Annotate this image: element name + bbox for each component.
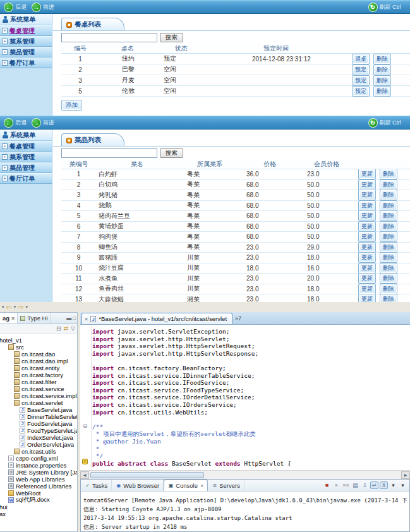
remove-all-launches-icon[interactable]: ×× [342, 482, 350, 488]
close-icon[interactable]: × [200, 483, 203, 489]
expand-icon[interactable]: + [2, 165, 8, 171]
row-action-button[interactable]: 删除 [380, 200, 397, 211]
toolbar-dropdown-icon[interactable]: ▾ [2, 305, 4, 310]
tree-item[interactable]: xc3p0-config.xml [0, 455, 77, 462]
add-button[interactable]: 添加 [61, 100, 82, 111]
editor-tab[interactable]: × J *BaseServlet.java - hotel_v1/src/cn/… [81, 313, 232, 324]
row-action-button[interactable]: 更新 [358, 284, 376, 294]
tab-overflow-indicator[interactable]: »7 [235, 315, 241, 322]
forward-button[interactable]: → 前进 [32, 118, 54, 128]
tree-item[interactable]: ≡Referenced Libraries [0, 483, 77, 490]
console-tab-web-browser[interactable]: ◉Web Browser [112, 480, 164, 491]
tree-item[interactable]: cn.itcast.service.impl [0, 392, 77, 399]
row-action-button[interactable]: 删除 [380, 169, 397, 179]
tree-item[interactable]: cn.itcast.utils [0, 448, 77, 455]
package-explorer-tab[interactable]: ag × [0, 313, 18, 323]
panel-tab-table-list[interactable]: 餐桌列表 [61, 18, 124, 31]
back-history-icon[interactable]: ⇦ [6, 303, 12, 311]
console-output[interactable]: tomcat6Server [Remote Java Application] … [81, 492, 409, 531]
tree-item[interactable]: cn.itcast.dao [0, 351, 77, 358]
row-action-button[interactable]: 删除 [380, 190, 397, 200]
tree-item[interactable]: JFoodTypeServlet.java [0, 427, 77, 434]
scrollbar-thumb[interactable] [90, 472, 204, 478]
tree-item[interactable]: Wsql代码.docx [0, 497, 77, 504]
tree-item[interactable]: ≡instance.properties [0, 462, 77, 469]
row-action-button[interactable]: 更新 [358, 210, 376, 221]
tree-item[interactable]: JFoodServlet.java [0, 420, 77, 427]
tree-item[interactable]: hotel_v1 [0, 337, 77, 344]
sidebar-item[interactable]: +菜系管理 [0, 152, 52, 162]
forward-history-dropdown-icon[interactable]: ▾ [25, 305, 28, 310]
sidebar-item[interactable]: +餐厅订单 [0, 173, 52, 184]
tree-item[interactable]: hui [0, 504, 77, 511]
sidebar-item[interactable]: +餐桌管理 [0, 25, 52, 36]
search-input[interactable] [61, 148, 157, 158]
close-icon[interactable]: × [11, 315, 15, 322]
refresh-button[interactable]: ↻ 刷新 Ctrl [368, 3, 402, 12]
link-editor-icon[interactable]: ⇄ [64, 325, 69, 332]
row-action-button[interactable]: 删除 [380, 179, 397, 190]
tree-item[interactable]: JIndexServlet.java [0, 434, 77, 441]
console-tab-tasks[interactable]: ✓Tasks [81, 480, 112, 491]
sidebar-item[interactable]: +菜品管理 [0, 162, 52, 173]
tree-item[interactable]: ≡Web App Libraries [0, 476, 77, 483]
tree-item[interactable]: cn.itcast.service [0, 385, 77, 392]
expand-icon[interactable]: + [2, 28, 8, 33]
search-input[interactable] [61, 33, 157, 42]
tree-item[interactable]: cn.itcast.entity [0, 365, 77, 372]
tree-item[interactable]: cn.itcast.factory [0, 372, 77, 378]
row-action-button[interactable]: 删除 [380, 252, 397, 263]
panel-tab-dish-list[interactable]: 菜品列表 [61, 133, 124, 147]
tree-item[interactable]: JDinnerTableServlet.jav [0, 413, 77, 420]
display-selected-console-icon[interactable]: ▾ [399, 482, 407, 488]
row-action-button[interactable]: 删除 [373, 64, 391, 75]
row-action-button[interactable]: 预定 [352, 86, 370, 97]
row-action-button[interactable]: 更新 [358, 221, 376, 232]
tree-item[interactable]: cn.itcast.servlet [0, 399, 77, 406]
row-action-button[interactable]: 预定 [352, 64, 370, 75]
row-action-button[interactable]: 删除 [373, 54, 391, 64]
row-action-button[interactable]: 更新 [358, 231, 376, 242]
row-action-button[interactable]: 更新 [358, 169, 376, 179]
expand-icon[interactable]: + [2, 39, 8, 44]
view-menu-icon[interactable]: ▽ [71, 325, 75, 332]
scroll-left-icon[interactable]: ◀ [80, 471, 89, 479]
close-icon[interactable]: × [85, 316, 88, 322]
remove-launch-icon[interactable]: × [332, 482, 341, 488]
refresh-button[interactable]: ↻ 刷新 Ctrl [368, 118, 402, 128]
expand-icon[interactable]: + [2, 60, 8, 66]
forward-history-icon[interactable]: ⇨ [18, 303, 23, 311]
row-action-button[interactable]: 删除 [380, 263, 397, 274]
tree-item[interactable]: WebRoot [0, 490, 77, 497]
sidebar-item[interactable]: +餐厅订单 [0, 57, 52, 68]
maximize-icon[interactable]: □ [73, 315, 76, 321]
clear-console-icon[interactable]: ▤ [351, 482, 359, 488]
row-action-button[interactable]: 删除 [380, 221, 397, 232]
row-action-button[interactable]: 更新 [358, 252, 376, 263]
tree-item[interactable]: ax [0, 511, 77, 517]
row-action-button[interactable]: 删除 [380, 242, 397, 253]
row-action-button[interactable]: 更新 [358, 190, 376, 200]
tree-item[interactable]: cn.itcast.filter [0, 378, 77, 385]
editor-horizontal-scrollbar[interactable]: ◀ ▶ [80, 470, 410, 479]
sidebar-item[interactable]: +餐桌管理 [0, 141, 52, 152]
search-button[interactable]: 搜索 [160, 33, 183, 42]
tree-item[interactable]: ≡JRE System Library [JavaSE-1 [0, 469, 77, 476]
row-action-button[interactable]: 更新 [358, 273, 376, 284]
tree-item[interactable]: JBaseServlet.java [0, 406, 77, 413]
row-action-button[interactable]: 删除 [380, 273, 397, 284]
row-action-button[interactable]: 更新 [358, 263, 376, 274]
open-console-icon[interactable]: ▾ [389, 482, 397, 488]
tree-item[interactable]: cn.itcast.dao.impl [0, 358, 77, 365]
console-tab-console[interactable]: ▣Console× [164, 480, 208, 491]
row-action-button[interactable]: 更新 [358, 200, 376, 211]
back-button[interactable]: ← 后退 [4, 3, 27, 12]
tree-item[interactable]: src [0, 344, 77, 351]
console-tab-servers[interactable]: ≣Servers [208, 480, 244, 491]
back-history-dropdown-icon[interactable]: ▾ [14, 305, 16, 310]
expand-icon[interactable]: + [2, 154, 8, 160]
search-button[interactable]: 搜索 [160, 148, 183, 158]
row-action-button[interactable]: 更新 [358, 242, 376, 253]
row-action-button[interactable]: 删除 [373, 75, 391, 86]
forward-button[interactable]: → 前进 [32, 3, 54, 12]
